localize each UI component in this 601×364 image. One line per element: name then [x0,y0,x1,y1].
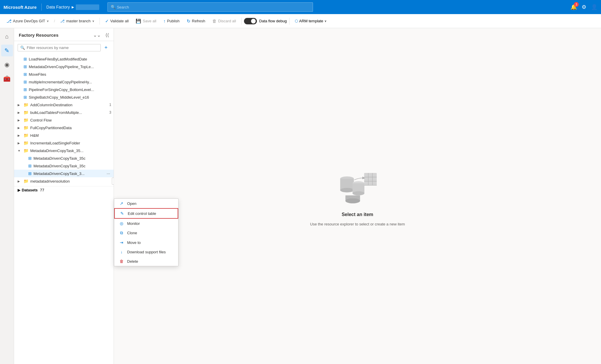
list-item[interactable]: ▶ 📁 AddColumnInDestination 1 [14,101,114,109]
expand-arrow: ▶ [18,111,22,114]
pipeline-icon: ⊞ [28,156,32,161]
ctx-open-item[interactable]: ↗ Open [114,199,178,208]
home-icon-btn[interactable]: ⌂ [1,31,13,42]
ctx-edit-control-table-item[interactable]: ✎ Edit control table [114,208,178,219]
item-label: Control Flow [30,118,111,122]
ctx-moveto-item[interactable]: ⇥ Move to [114,238,178,247]
search-icon: 🔍 [111,5,116,9]
ctx-download-label: Download support files [127,250,166,254]
item-label: LoadNewFilesByLastModifiedDate [29,57,111,61]
discard-icon: 🗑 [212,18,217,23]
list-item[interactable]: ⊞ MetadataDrivenCopyTask_35c [14,162,114,170]
publish-btn[interactable]: ↑ Publish [160,17,182,25]
refresh-btn[interactable]: ↻ Refresh [184,17,208,25]
publish-icon: ↑ [163,18,166,23]
open-icon: ↗ [119,201,124,206]
folder-icon: 📁 [23,133,28,138]
item-label: PipelineForSingleCopy_BottomLevel... [29,87,111,92]
list-item[interactable]: ⊞ MetadataDrivenCopyTask_35c [14,154,114,162]
folder-icon: 📁 [23,110,28,115]
df-breadcrumb-input[interactable] [76,4,99,10]
git-chevron: ∨ [47,19,49,23]
ctx-delete-item[interactable]: 🗑 Delete [114,257,178,266]
list-item[interactable]: ⊞ PipelineForSingleCopy_BottomLevel... [14,86,114,93]
save-icon: 💾 [136,18,141,24]
filter-search-icon: 🔍 [20,45,25,50]
notif-badge: 3 [574,2,579,7]
refresh-label: Refresh [192,19,206,23]
sep-2 [100,18,100,25]
list-item[interactable]: ⊞ MetadataDrivenCopyPipeline_TopLe... [14,63,114,70]
metadata-folder-item[interactable]: ▼ 📁 MetadataDrivenCopyTask_35... [14,147,114,154]
expand-arrow: ▶ [18,103,22,107]
control-flow-item[interactable]: ▶ 📁 Control Flow [14,116,114,124]
pencil-icon-btn[interactable]: ✎ [1,45,13,56]
df-label: Data Factory [46,5,70,9]
list-item[interactable]: ▶ 📁 H&M [14,132,114,139]
arm-btn[interactable]: ⬡ ARM template ∨ [292,18,329,24]
list-item[interactable]: ⊞ multipleIncrementalCopyPipelineHy... [14,78,114,86]
user-icon[interactable]: 👤 [591,4,597,10]
datasets-item[interactable]: ▶ Datasets 77 [14,186,114,194]
discard-label: Discard all [218,19,236,23]
delete-icon: 🗑 [119,259,124,264]
collapse-btn[interactable]: ⌄⌄ [92,32,102,38]
expand-arrow: ▶ [18,119,22,122]
item-label: MoveFiles [29,72,111,77]
pipeline-icon: ⊞ [23,95,27,100]
panel-title: Factory Resources [19,33,58,38]
settings-icon[interactable]: ⚙ [582,4,586,10]
arm-icon: ⬡ [295,19,298,23]
placeholder-illustration [334,166,381,207]
list-item[interactable]: ▶ 📁 bulkLoadTablesFromMultiple... 3 [14,109,114,116]
moveto-icon: ⇥ [119,240,124,245]
list-item[interactable]: ⊞ LoadNewFilesByLastModifiedDate [14,55,114,63]
side-icons: ⌂ ✎ ◉ 🧰 [0,28,14,364]
discard-all-btn[interactable]: 🗑 Discard all [209,17,239,25]
branch-btn[interactable]: ⎇ master branch ∨ [57,18,97,24]
ctx-monitor-item[interactable]: ◎ Monitor [114,219,178,228]
svg-point-8 [346,198,360,203]
svg-rect-9 [364,173,377,186]
list-item[interactable]: ▶ 📁 IncrementalLoadSingleFolder [14,139,114,147]
more-options-btn[interactable]: ··· [105,171,111,176]
close-panel-btn[interactable]: ⟨⟨ [104,32,110,38]
ctx-clone-item[interactable]: ⧉ Clone [114,228,178,238]
debug-toggle[interactable] [244,18,257,24]
validate-all-btn[interactable]: ✓ Validate all [102,17,132,25]
monitor-icon-btn[interactable]: ◉ [1,59,13,70]
search-input[interactable] [117,5,310,9]
folder-icon: 📁 [23,141,28,145]
folder-icon: 📁 [23,125,28,130]
add-resource-btn[interactable]: + [102,43,110,52]
search-box[interactable]: 🔍 [107,2,313,12]
metadatadrivensolution-item[interactable]: ▶ 📁 metadatadrivensolution Actions [14,177,114,185]
save-all-btn[interactable]: 💾 Save all [133,17,159,25]
ctx-download-item[interactable]: ↓ Download support files [114,247,178,257]
debug-toggle-wrap: Data flow debug [244,18,287,24]
metadata-task-child3-item[interactable]: ⊞ MetadataDrivenCopyTask_3... ··· [14,170,114,177]
branch-chevron: ∨ [92,19,94,23]
arm-chevron: ∨ [324,19,326,23]
sep-4 [289,18,289,25]
list-item[interactable]: ▶ 📁 FullCopyPartitionedData [14,124,114,132]
pipeline-icon: ⊞ [28,164,32,168]
panel-header: Factory Resources ⌄⌄ ⟨⟨ [14,28,114,41]
notifications-btn[interactable]: 🔔 3 [570,4,577,10]
folder-icon: 📁 [23,118,28,122]
filter-input[interactable] [27,45,98,50]
actions-button[interactable]: Actions [112,178,114,185]
pipeline-icon: ⊞ [28,171,32,176]
nav-icons: 🔔 3 ⚙ 👤 [570,4,597,10]
expand-arrow: ▼ [18,149,22,152]
item-label: multipleIncrementalCopyPipelineHy... [29,80,111,84]
git-branch-btn[interactable]: ⎇ Azure DevOps GIT ∨ [4,17,52,25]
ctx-delete-label: Delete [127,259,138,264]
sep-3 [241,18,242,25]
refresh-icon: ↻ [187,18,191,24]
list-item[interactable]: ⊞ MoveFiles [14,70,114,78]
expand-arrow: ▶ [18,141,22,145]
expand-arrow: ▶ [18,126,22,129]
list-item[interactable]: ⊞ SingleBatchCopy_MiddleLevel_e16 [14,93,114,101]
toolbox-icon-btn[interactable]: 🧰 [1,73,13,85]
